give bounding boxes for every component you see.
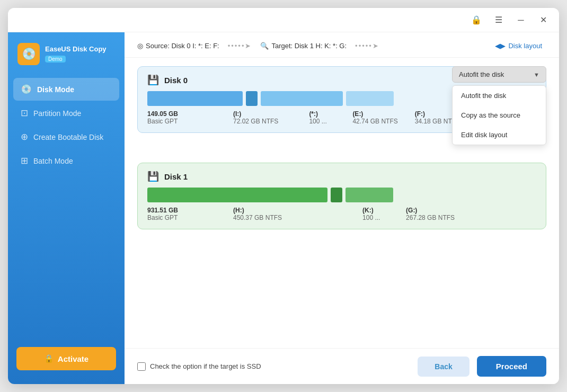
create-bootable-label: Create Bootable Disk xyxy=(33,133,103,141)
disk0-seg-e xyxy=(261,91,343,106)
dropdown-selected-value: Autofit the disk xyxy=(459,70,504,78)
target-info: 🔍 Target: Disk 1 H: K: *: G: xyxy=(260,42,347,50)
disk1-k-label: (K:) xyxy=(362,207,394,214)
disk0-info-star: (*:) 100 ... xyxy=(309,110,341,125)
disk0-info-i: (I:) 72.02 GB NTFS xyxy=(233,110,278,125)
disk1-header: 💾 Disk 1 xyxy=(147,171,536,182)
proceed-button[interactable]: Proceed xyxy=(477,356,546,377)
activate-button[interactable]: 🔒 Activate xyxy=(16,347,116,370)
dropdown-container: Autofit the disk ▼ Autofit the disk Copy… xyxy=(452,66,546,83)
sidebar-item-partition-mode[interactable]: ⊡ Partition Mode xyxy=(13,102,119,124)
disk1-info-h: (H:) 450.37 GB NTFS xyxy=(233,207,282,221)
disk0-size: 149.05 GB xyxy=(147,110,179,118)
partition-mode-label: Partition Mode xyxy=(33,109,81,118)
disk1-info-main: 931.51 GB Basic GPT xyxy=(147,207,179,221)
demo-badge: Demo xyxy=(45,56,66,63)
minimize-button[interactable]: ─ xyxy=(513,13,528,28)
menu-button[interactable]: ☰ xyxy=(491,13,506,28)
disk1-seg-h xyxy=(147,188,327,202)
topbar: ◎ Source: Disk 0 I: *: E: F: •••••➤ 🔍 Ta… xyxy=(125,32,559,58)
disk1-seg-g xyxy=(345,188,393,202)
disk1-name: Disk 1 xyxy=(164,172,188,181)
target-dots: •••••➤ xyxy=(355,42,379,50)
disk0-star-size: 100 ... xyxy=(309,118,341,125)
dropdown-item-copy-as-source[interactable]: Copy as the source xyxy=(453,105,546,125)
disk0-icon: 💾 xyxy=(147,74,159,86)
ssd-checkbox-input[interactable] xyxy=(137,362,146,371)
source-info: ◎ Source: Disk 0 I: *: E: F: xyxy=(137,42,219,50)
lock-button[interactable]: 🔒 xyxy=(469,13,484,28)
sidebar-item-create-bootable[interactable]: ⊕ Create Bootable Disk xyxy=(13,126,119,148)
batch-mode-label: Batch Mode xyxy=(33,157,73,165)
disk1-info-row: 931.51 GB Basic GPT (H:) 450.37 GB NTFS … xyxy=(147,207,536,221)
app-window: 🔒 ☰ ─ ✕ 💿 EaseUS Disk Copy Demo 💿 Disk M… xyxy=(8,8,559,384)
disk0-e-label: (E:) xyxy=(352,110,397,118)
sidebar-logo: 💿 EaseUS Disk Copy Demo xyxy=(8,43,125,78)
disk1-info-k: (K:) 100 ... xyxy=(362,207,394,221)
disk1-h-size: 450.37 GB NTFS xyxy=(233,214,282,221)
disk1-h-label: (H:) xyxy=(233,207,282,214)
partition-mode-icon: ⊡ xyxy=(21,108,28,119)
target-icon: 🔍 xyxy=(260,42,269,50)
disk0-seg-i xyxy=(147,91,243,106)
disk0-type: Basic GPT xyxy=(147,118,179,125)
disk1-k-size: 100 ... xyxy=(362,214,394,221)
disk0-i-size: 72.02 GB NTFS xyxy=(233,118,278,125)
ssd-label: Check the option if the target is SSD xyxy=(150,362,261,370)
main-content: ◎ Source: Disk 0 I: *: E: F: •••••➤ 🔍 Ta… xyxy=(125,32,559,384)
disk0-info-e: (E:) 42.74 GB NTFS xyxy=(352,110,397,125)
dropdown-item-edit-layout[interactable]: Edit disk layout xyxy=(453,125,546,145)
disk-layout-button[interactable]: ◀▶ Disk layout xyxy=(491,40,546,52)
disk0-name: Disk 0 xyxy=(164,76,188,85)
activate-icon: 🔒 xyxy=(44,354,54,363)
source-icon: ◎ xyxy=(137,42,143,50)
content-area: 💿 EaseUS Disk Copy Demo 💿 Disk Mode ⊡ Pa… xyxy=(8,32,559,384)
dropdown-item-autofit[interactable]: Autofit the disk xyxy=(453,86,546,105)
disk-layout-icon: ◀▶ xyxy=(495,42,506,50)
disk1-seg-k xyxy=(331,188,342,202)
logo-icon: 💿 xyxy=(17,43,40,65)
source-label: Source: Disk 0 I: *: E: F: xyxy=(146,42,219,50)
ssd-checkbox-label[interactable]: Check the option if the target is SSD xyxy=(137,362,261,371)
sidebar-item-disk-mode[interactable]: 💿 Disk Mode xyxy=(13,78,119,101)
disk1-bar xyxy=(147,188,536,202)
app-name: EaseUS Disk Copy xyxy=(45,45,107,54)
disk1-type: Basic GPT xyxy=(147,214,179,221)
source-dots: •••••➤ xyxy=(228,42,252,50)
disk0-seg-f xyxy=(346,91,394,106)
disk1-g-label: (G:) xyxy=(406,207,455,214)
batch-mode-icon: ⊞ xyxy=(21,155,28,166)
disk0-i-label: (I:) xyxy=(233,110,278,118)
disk0-info-main: 149.05 GB Basic GPT xyxy=(147,110,179,125)
sidebar-nav: 💿 Disk Mode ⊡ Partition Mode ⊕ Create Bo… xyxy=(8,78,125,347)
disk-mode-label: Disk Mode xyxy=(37,85,74,94)
disk0-star-label: (*:) xyxy=(309,110,341,118)
titlebar: 🔒 ☰ ─ ✕ xyxy=(8,8,559,32)
disk-section: 💾 Disk 0 149.05 GB Basic GPT xyxy=(125,58,559,348)
sidebar-bottom: 🔒 Activate xyxy=(8,347,125,373)
disk0-seg-star xyxy=(246,91,258,106)
back-button[interactable]: Back xyxy=(418,357,469,377)
close-button[interactable]: ✕ xyxy=(536,13,551,28)
bottom-bar: Check the option if the target is SSD Ba… xyxy=(125,348,559,384)
create-bootable-icon: ⊕ xyxy=(21,131,28,142)
disk1-g-size: 267.28 GB NTFS xyxy=(406,214,455,221)
target-label: Target: Disk 1 H: K: *: G: xyxy=(271,42,347,50)
sidebar-item-batch-mode[interactable]: ⊞ Batch Mode xyxy=(13,149,119,172)
sidebar: 💿 EaseUS Disk Copy Demo 💿 Disk Mode ⊡ Pa… xyxy=(8,32,125,384)
disk-mode-icon: 💿 xyxy=(21,84,32,95)
activate-label: Activate xyxy=(58,354,88,363)
disk-layout-label: Disk layout xyxy=(508,42,542,50)
dropdown-menu: Autofit the disk Copy as the source Edit… xyxy=(452,85,546,145)
disk1-size: 931.51 GB xyxy=(147,207,179,214)
disk1-panel: 💾 Disk 1 931.51 GB Basic GPT xyxy=(137,163,546,229)
disk0-e-size: 42.74 GB NTFS xyxy=(352,118,397,125)
dropdown-arrow-icon: ▼ xyxy=(534,72,539,78)
disk1-info-g: (G:) 267.28 GB NTFS xyxy=(406,207,455,221)
dropdown-select[interactable]: Autofit the disk ▼ xyxy=(452,66,546,83)
disk1-icon: 💾 xyxy=(147,171,159,182)
